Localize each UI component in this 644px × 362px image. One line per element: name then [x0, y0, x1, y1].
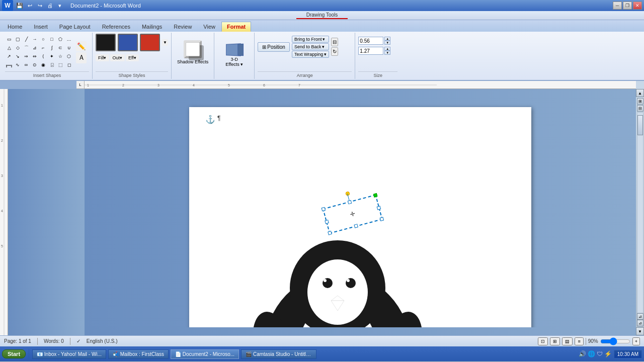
view-print-btn[interactable]: ▤ [562, 337, 573, 345]
selected-shape[interactable]: ✛ [323, 195, 383, 234]
shape-r4-8[interactable]: ◻ [65, 61, 73, 69]
shape-r3-1[interactable]: ↗ [5, 52, 13, 60]
minimize-button[interactable]: ─ [613, 2, 622, 10]
tab-view[interactable]: View [198, 22, 221, 32]
shape-r2-3[interactable]: ⌒ [22, 44, 30, 52]
scroll-thumb[interactable] [637, 115, 643, 135]
shape-r4-2[interactable]: ∿ [14, 61, 22, 69]
bring-front-btn[interactable]: Bring to Front ▾ [292, 36, 329, 43]
taskbar-item-0[interactable]: 📧 Inbox - Yahoo! Mail - Wi... [32, 349, 106, 359]
shape-rounded-rect[interactable]: ▢ [14, 35, 22, 43]
width-down[interactable]: ▼ [384, 51, 390, 55]
styles-scroll-down[interactable]: ▼ [162, 39, 168, 46]
shape-r4-4[interactable]: ⊙ [31, 61, 39, 69]
swatch-blue[interactable] [118, 34, 138, 51]
send-back-dropdown[interactable]: ▾ [322, 44, 325, 49]
shape-r2-1[interactable]: △ [5, 44, 13, 52]
tab-review[interactable]: Review [168, 22, 197, 32]
doc-scroll-area[interactable]: ▲ ⚓ ¶ [85, 89, 644, 335]
align-btn[interactable]: ⊟ [331, 38, 338, 46]
shape-r3-4[interactable]: ⇔ [31, 52, 39, 60]
shape-r3-3[interactable]: ⇒ [22, 52, 30, 60]
shadow-effects-btn[interactable]: Shadow Effects [175, 39, 211, 66]
shape-r4-1[interactable]: ╔═╗ [5, 61, 13, 69]
text-box-btn[interactable]: Ａ [76, 52, 87, 63]
print-button[interactable]: 🖨 [45, 1, 54, 10]
view-web-btn[interactable]: ⊞ [550, 337, 560, 345]
shape-rectangle[interactable]: ▭ [5, 35, 13, 43]
shape-r2-7[interactable]: ⊂ [56, 44, 64, 52]
scroll-down-btn[interactable]: ▼ [636, 327, 644, 335]
undo-button[interactable]: ↩ [25, 1, 34, 10]
start-button[interactable]: Start [2, 349, 26, 358]
qa-dropdown[interactable]: ▾ [55, 1, 64, 10]
taskbar-item-3[interactable]: 🎬 Camtasia Studio - Untitle... [241, 349, 316, 359]
shape-r4-3[interactable]: ∞ [22, 61, 30, 69]
tab-format[interactable]: Format [221, 22, 251, 32]
view-outline-btn[interactable]: ≡ [575, 337, 583, 345]
bring-front-dropdown[interactable]: ▾ [323, 37, 325, 42]
swatch-black[interactable] [96, 34, 116, 51]
shape-r3-5[interactable]: ⟨ [39, 52, 47, 60]
shape-r2-6[interactable]: ∫ [48, 44, 56, 52]
taskbar-item-2[interactable]: 📄 Document2 - Microsо... [171, 349, 239, 359]
outline-btn[interactable]: Out▾ [110, 54, 125, 61]
taskbar-item-1[interactable]: 📬 Mailbox : FirstClass [108, 349, 169, 359]
scroll-track[interactable] [637, 112, 643, 313]
penguin-image[interactable]: ✛ [245, 208, 431, 327]
shape-square[interactable]: □ [48, 35, 56, 43]
shape-r2-8[interactable]: ∪ [65, 44, 73, 52]
shape-pentagon[interactable]: ⬠ [56, 35, 64, 43]
scroll-up-btn[interactable]: ▲ [636, 89, 644, 97]
height-up[interactable]: ▲ [384, 37, 390, 41]
width-up[interactable]: ▲ [384, 47, 390, 51]
shape-more[interactable]: … [65, 35, 73, 43]
fill-color-btn[interactable]: Fill▾ [96, 54, 109, 61]
shape-r2-4[interactable]: ⊿ [31, 44, 39, 52]
shape-r3-8[interactable]: ⬡ [65, 52, 73, 60]
redo-button[interactable]: ↪ [35, 1, 44, 10]
scroll-page-down[interactable]: ⊿ [637, 320, 643, 326]
shape-line[interactable]: ╱ [22, 35, 30, 43]
zoom-slider[interactable] [600, 337, 630, 345]
tab-references[interactable]: References [97, 22, 136, 32]
scroll-expand-btn[interactable]: ⊞ [637, 98, 643, 105]
window-controls[interactable]: ─ ❐ ✕ [613, 2, 642, 10]
document-page[interactable]: ⚓ ¶ [189, 107, 531, 327]
height-down[interactable]: ▼ [384, 41, 390, 45]
scroll-page-up[interactable]: ⊿ [637, 313, 643, 320]
selected-shape-wrapper[interactable]: ✛ [323, 209, 378, 235]
shape-r3-6[interactable]: ✦ [48, 52, 56, 60]
shape-r3-2[interactable]: ↘ [14, 52, 22, 60]
3d-effects-btn[interactable]: 3-DEffects ▾ [223, 36, 246, 68]
send-back-btn[interactable]: Send to Back ▾ [292, 43, 329, 50]
save-button[interactable]: 💾 [15, 1, 24, 10]
zoom-in-btn[interactable]: + [632, 337, 640, 345]
close-button[interactable]: ✕ [633, 2, 642, 10]
width-input[interactable] [358, 47, 383, 55]
scroll-shrink-btn[interactable]: ⊟ [637, 105, 643, 112]
swatch-red[interactable] [140, 34, 160, 51]
restore-button[interactable]: ❐ [623, 2, 632, 10]
shape-r4-7[interactable]: ⬚ [56, 61, 64, 69]
handle-tl[interactable] [321, 207, 326, 212]
scrollbar-right[interactable]: ⊞ ⊟ ⊿ ⊿ [636, 97, 644, 327]
shape-circle[interactable]: ○ [39, 35, 47, 43]
height-input[interactable] [358, 37, 383, 45]
edit-shape-btn[interactable]: ✏️ [76, 41, 87, 51]
handle-ml[interactable] [325, 220, 329, 224]
shape-arrow[interactable]: → [31, 35, 39, 43]
shape-r4-5[interactable]: ◉ [39, 61, 47, 69]
shape-effects-btn[interactable]: Eff▾ [126, 54, 139, 61]
shape-r2-5[interactable]: ⌐ [39, 44, 47, 52]
text-wrap-btn[interactable]: Text Wrapping ▾ [292, 51, 329, 58]
tab-insert[interactable]: Insert [28, 22, 53, 32]
text-wrap-dropdown[interactable]: ▾ [324, 52, 327, 57]
handle-tc[interactable] [348, 200, 352, 205]
view-normal-btn[interactable]: ⊡ [538, 337, 548, 345]
tab-mailings[interactable]: Mailings [136, 22, 168, 32]
position-btn[interactable]: ⊞ Position [258, 42, 290, 52]
tab-page-layout[interactable]: Page Layout [54, 22, 96, 32]
handle-bc[interactable] [354, 224, 358, 228]
shape-r3-7[interactable]: ☆ [56, 52, 64, 60]
